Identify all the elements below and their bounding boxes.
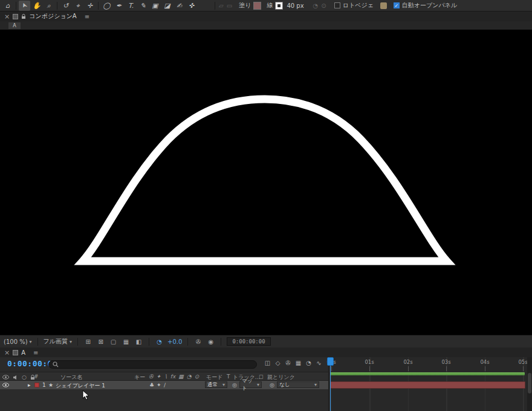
exposure-value[interactable]: +0.0 <box>167 338 182 345</box>
camera-tool[interactable]: ⌖ <box>72 1 83 11</box>
fx-switch-icon[interactable]: fx <box>170 374 176 380</box>
puppet-pin-icon: ✜ <box>189 2 194 10</box>
layer-duration-bar[interactable] <box>330 381 525 389</box>
collapse-switch-icon[interactable]: ✦ <box>157 374 161 380</box>
shy-switch-icon[interactable]: ✇ <box>149 374 154 380</box>
resolution-value: フル画質 <box>44 337 68 346</box>
toolbar-extra-icon[interactable]: ▭ <box>227 2 232 9</box>
motion-blur-icon[interactable]: ◔ <box>305 360 313 366</box>
graph-editor-icon[interactable]: ∿ <box>315 360 323 366</box>
snapshot-camera-icon[interactable]: ✇ <box>193 338 203 345</box>
layer-eye-icon[interactable] <box>2 383 9 387</box>
composition-tab-title[interactable]: コンポジションA <box>29 12 76 21</box>
ruler-tick-label: 01s <box>363 359 376 365</box>
audio-icon[interactable] <box>13 375 18 380</box>
comp-mini-tab[interactable]: A <box>8 22 21 29</box>
quality-switch-icon[interactable]: ∖ <box>164 374 167 380</box>
zoom-tool[interactable]: ⌕ <box>43 1 54 11</box>
column-header-index[interactable]: # <box>34 374 39 380</box>
ruler-tick-mark <box>446 366 447 371</box>
timeline-track-area[interactable]: 00s 01s 02s 03s 04s 05s <box>328 357 527 411</box>
mask-visibility-icon[interactable]: ⊠ <box>96 338 105 345</box>
rotobezier-checkbox[interactable]: ロトベジェ <box>334 1 374 10</box>
ruler-tick-mark <box>331 366 332 371</box>
solo-icon[interactable]: ○ <box>22 374 27 380</box>
dome-path[interactable] <box>83 99 447 261</box>
stroke-color-swatch[interactable] <box>275 2 283 10</box>
motion-blur-switch-icon[interactable]: ◔ <box>187 374 192 380</box>
pixel-aspect-icon[interactable]: ◧ <box>134 338 143 345</box>
layer-name[interactable]: シェイプレイヤー 1 <box>56 382 105 390</box>
ruler-tick-mark <box>369 366 370 371</box>
timeline-search-box[interactable] <box>48 360 257 369</box>
comp-mini-flowchart-icon[interactable]: ◫ <box>264 360 271 366</box>
home-tool[interactable]: ⌂ <box>2 1 13 11</box>
chevron-down-icon: ▾ <box>314 382 317 387</box>
pan-behind-icon: ✛ <box>87 2 92 10</box>
track-matte-value: マット <box>242 378 257 392</box>
clone-stamp-tool[interactable]: ▣ <box>149 1 161 11</box>
type-tool[interactable]: T. <box>125 1 137 11</box>
region-of-interest-icon[interactable]: ▢ <box>109 338 118 345</box>
matte-pickwhip-icon[interactable]: ◎ <box>232 382 237 388</box>
pan-behind-tool[interactable]: ✛ <box>84 1 96 11</box>
properties-panel-icon[interactable] <box>380 2 387 9</box>
panel-menu-icon[interactable]: ≡ <box>33 349 38 356</box>
transparency-grid-icon[interactable]: ▦ <box>122 338 131 345</box>
timeline-vertical-scrollbar[interactable] <box>527 357 532 411</box>
selection-tool[interactable]: ➤ <box>19 1 30 11</box>
pen-icon: ✒ <box>116 2 122 10</box>
rotate-tool[interactable]: ↺ <box>60 1 71 11</box>
brush-tool[interactable]: ✎ <box>137 1 149 11</box>
magnification-dropdown[interactable]: (100 %) ▾ <box>4 338 32 345</box>
puppet-pin-tool[interactable]: ✜ <box>186 1 197 11</box>
parent-pickwhip-icon[interactable]: ◎ <box>270 382 274 388</box>
layer-row[interactable]: ▸ 1 ★ シェイプレイヤー 1 ♣ ✦ ∕ 通常 ▾ ◎ マット ▾ ◎ なし… <box>0 381 328 389</box>
roto-brush-tool[interactable]: ✍ <box>174 1 185 11</box>
toolbar-extra-icon[interactable]: ▱ <box>219 2 224 9</box>
fill-color-swatch[interactable] <box>253 2 261 10</box>
shape-tool[interactable]: ◯ <box>101 1 112 11</box>
stroke-width-value[interactable]: 40 px <box>287 2 303 9</box>
resolution-dropdown[interactable]: フル画質 ▾ <box>44 337 72 346</box>
close-panel-icon[interactable]: × <box>4 13 10 21</box>
column-header-matte-t[interactable]: T <box>227 374 230 380</box>
timeline-tab-title[interactable]: A <box>21 349 25 356</box>
grid-guides-icon[interactable]: ⊞ <box>83 338 92 345</box>
3d-switch-icon[interactable]: ⊙ <box>195 374 199 380</box>
footer-divider <box>77 338 78 346</box>
frame-blend-icon[interactable]: ▦ <box>294 360 302 366</box>
twirl-icon[interactable]: ▸ <box>28 382 31 388</box>
hand-tool[interactable]: ✋ <box>31 1 42 11</box>
draft-3d-icon[interactable]: ◇ <box>274 360 282 366</box>
hide-shy-layers-icon[interactable]: ✇ <box>284 360 292 366</box>
show-snapshot-icon[interactable]: ◉ <box>206 338 215 345</box>
footer-divider <box>187 338 188 346</box>
layer-quality-icon[interactable]: ∕ <box>164 382 166 388</box>
auto-open-panels-checkbox[interactable]: ✓ 自動オープンパネル <box>394 1 457 10</box>
blend-mode-dropdown[interactable]: 通常 ▾ <box>205 381 227 388</box>
chevron-down-icon: ▾ <box>30 339 32 345</box>
shape-layer-dome[interactable] <box>0 30 532 335</box>
track-matte-dropdown[interactable]: マット ▾ <box>239 381 262 388</box>
playhead-handle[interactable] <box>327 357 334 366</box>
composition-viewer[interactable] <box>0 30 532 335</box>
fill-label[interactable]: 塗り <box>239 1 251 10</box>
stroke-label[interactable]: 線 <box>267 1 273 10</box>
parent-dropdown[interactable]: なし ▾ <box>277 381 319 388</box>
exposure-icon[interactable]: ◔ <box>155 338 164 345</box>
frame-blend-switch-icon[interactable]: ▦ <box>178 374 184 380</box>
pen-tool[interactable]: ✒ <box>113 1 125 11</box>
layer-switch-icon[interactable]: ✦ <box>157 382 161 388</box>
footer-timecode[interactable]: 0:00:00:00 <box>227 337 270 346</box>
panel-menu-icon[interactable]: ≡ <box>85 13 89 20</box>
checkbox-icon <box>334 2 340 8</box>
eraser-tool[interactable]: ◪ <box>161 1 173 11</box>
toolbar-divider <box>215 2 215 10</box>
layer-label-color-swatch[interactable] <box>34 383 39 387</box>
eye-icon[interactable] <box>2 375 9 380</box>
layer-switch-icon[interactable]: ♣ <box>149 382 154 388</box>
work-area-bar[interactable] <box>330 372 525 375</box>
close-panel-icon[interactable]: × <box>4 349 10 357</box>
scrollbar-thumb[interactable] <box>528 373 531 393</box>
